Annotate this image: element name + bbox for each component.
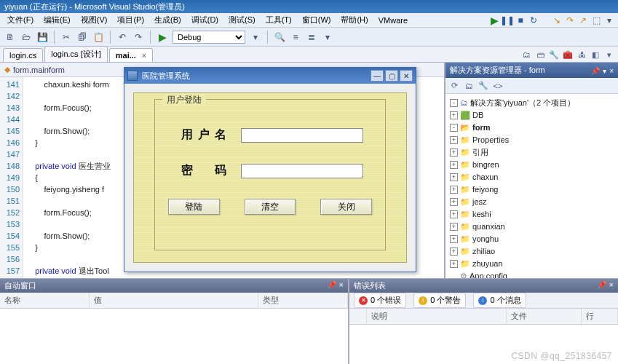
- start-icon[interactable]: ▶: [157, 31, 168, 43]
- tree-item[interactable]: +📁feiyong: [447, 183, 617, 196]
- app-titlebar: yiyuan (正在运行) - Microsoft Visual Studio(…: [0, 0, 618, 13]
- login-button[interactable]: 登陆: [168, 199, 220, 215]
- step-out-icon[interactable]: ↗: [577, 15, 589, 26]
- tree-item[interactable]: +📁chaxun: [447, 171, 617, 183]
- pin-icon[interactable]: 📌: [591, 67, 600, 75]
- stop-icon[interactable]: ■: [515, 15, 526, 26]
- solution-explorer-icon[interactable]: 🗂: [520, 49, 532, 60]
- login-dialog-titlebar[interactable]: 医院管理系统 — ▢ ✕: [124, 68, 416, 84]
- step-into-icon[interactable]: ↘: [551, 15, 563, 26]
- tree-item[interactable]: +📁jesz: [447, 196, 617, 208]
- menu-test[interactable]: 测试(S): [224, 13, 260, 27]
- messages-filter-button[interactable]: i0 个消息: [473, 293, 526, 308]
- pause-icon[interactable]: ❚❚: [502, 15, 513, 26]
- autos-columns: 名称 值 类型: [0, 293, 348, 309]
- paste-icon[interactable]: 📋: [92, 31, 104, 43]
- properties-icon[interactable]: 🔧: [548, 49, 560, 60]
- menu-debug[interactable]: 调试(D): [187, 13, 223, 27]
- close-icon[interactable]: ×: [609, 280, 614, 289]
- tree-item[interactable]: +📁引用: [447, 146, 617, 159]
- login-dialog-title: 医院管理系统: [142, 71, 190, 82]
- open-icon[interactable]: 🗁: [20, 31, 32, 43]
- errors-filter-button[interactable]: ✕0 个错误: [354, 293, 406, 308]
- uncomment-icon[interactable]: ≣: [306, 31, 317, 43]
- pin-icon[interactable]: 📌: [597, 280, 607, 289]
- toolbox-icon[interactable]: 🧰: [562, 49, 574, 60]
- cut-icon[interactable]: ✂: [60, 31, 72, 43]
- menu-build[interactable]: 生成(B): [150, 13, 186, 27]
- username-input[interactable]: [241, 128, 363, 143]
- undo-icon[interactable]: ↶: [116, 31, 128, 43]
- close-icon[interactable]: ×: [609, 67, 614, 75]
- reset-button[interactable]: 清空: [245, 199, 296, 215]
- menu-view[interactable]: 视图(V): [76, 13, 112, 27]
- menu-vmware[interactable]: VMware: [374, 15, 412, 26]
- error-filter-strip: ✕0 个错误 !0 个警告 i0 个消息: [349, 293, 618, 309]
- properties-pane-icon[interactable]: 🔧: [478, 80, 489, 92]
- menu-edit[interactable]: 编辑(E): [39, 13, 75, 27]
- tree-item[interactable]: +🟩DB: [447, 109, 617, 122]
- tab-login-design[interactable]: login.cs [设计]: [44, 46, 107, 62]
- config-select[interactable]: Debug: [173, 31, 245, 44]
- find-icon[interactable]: 🔍: [274, 31, 285, 43]
- tree-item[interactable]: +📁bingren: [447, 159, 617, 171]
- save-icon[interactable]: 💾: [36, 31, 48, 43]
- menu-help[interactable]: 帮助(H): [336, 13, 372, 27]
- line-gutter: 1411421431441451461471481491501511521531…: [0, 77, 23, 310]
- show-all-icon[interactable]: 🗂: [463, 80, 475, 92]
- login-dialog: 医院管理系统 — ▢ ✕ 用户登陆 用户名 密 码 登陆 清空 关闭: [124, 67, 416, 272]
- toolbar-overflow-icon[interactable]: ▾: [603, 15, 615, 26]
- tree-item[interactable]: +📁Properties: [447, 134, 617, 146]
- close-window-icon[interactable]: ✕: [400, 70, 413, 82]
- minimize-icon[interactable]: —: [371, 70, 384, 82]
- error-columns: 说明 文件 行: [349, 309, 618, 325]
- password-label: 密 码: [181, 163, 228, 178]
- tree-item[interactable]: +📁keshi: [447, 208, 617, 221]
- pin-icon[interactable]: 📌: [327, 280, 337, 289]
- menu-window[interactable]: 窗口(W): [298, 13, 336, 27]
- hex-icon[interactable]: ⬚: [590, 15, 602, 26]
- step-over-icon[interactable]: ↷: [564, 15, 576, 26]
- menu-project[interactable]: 项目(P): [113, 13, 148, 27]
- menubar: 文件(F) 编辑(E) 视图(V) 项目(P) 生成(B) 调试(D) 测试(S…: [0, 13, 618, 28]
- login-group-title: 用户登陆: [162, 94, 206, 106]
- warnings-filter-button[interactable]: !0 个警告: [413, 293, 466, 308]
- server-explorer-icon[interactable]: 🖧: [576, 49, 587, 60]
- copy-icon[interactable]: 🗐: [76, 31, 88, 43]
- menu-tools[interactable]: 工具(T): [261, 13, 296, 27]
- autos-grid[interactable]: [0, 309, 348, 364]
- tree-item[interactable]: +📁zhiliao: [447, 245, 617, 258]
- password-input[interactable]: [241, 164, 363, 178]
- solution-root[interactable]: -🗂解决方案'yiyuan'（2 个项目）: [447, 97, 617, 109]
- separator: [54, 31, 55, 44]
- redo-icon[interactable]: ↷: [132, 31, 144, 43]
- comment-icon[interactable]: ≡: [290, 31, 301, 43]
- close-tab-icon[interactable]: ×: [142, 52, 146, 60]
- close-button[interactable]: 关闭: [320, 199, 372, 215]
- dropdown-icon[interactable]: ▾: [603, 67, 606, 75]
- tree-item[interactable]: -📂form: [447, 122, 617, 134]
- refresh-icon[interactable]: ⟳: [448, 80, 460, 92]
- maximize-icon[interactable]: ▢: [385, 70, 398, 82]
- tree-item[interactable]: +📁yonghu: [447, 233, 617, 245]
- error-list-title: 错误列表 📌 ×: [349, 279, 618, 293]
- solution-explorer-title: 解决方案资源管理器 - form 📌▾×: [445, 63, 618, 78]
- class-view-icon[interactable]: 🗃: [534, 49, 546, 60]
- object-browser-icon[interactable]: ◧: [590, 49, 601, 60]
- new-project-icon[interactable]: 🗎: [4, 31, 16, 43]
- view-code-icon[interactable]: <>: [492, 80, 504, 92]
- platform-icon[interactable]: ▾: [250, 31, 261, 43]
- restart-icon[interactable]: ↻: [528, 15, 539, 26]
- solution-toolbar: ⟳ 🗂 🔧 <>: [445, 78, 618, 94]
- tree-item[interactable]: +📁quanxian: [447, 221, 617, 233]
- menu-file[interactable]: 文件(F): [3, 13, 38, 27]
- tab-login-cs[interactable]: login.cs: [3, 48, 43, 62]
- close-icon[interactable]: ×: [339, 280, 344, 289]
- toolbar: 🗎 🗁 💾 ✂ 🗐 📋 ↶ ↷ ▶ Debug ▾ 🔍 ≡ ≣ ▾: [0, 28, 618, 47]
- tree-item[interactable]: +📁zhuyuan: [447, 258, 617, 270]
- username-label: 用户名: [181, 127, 228, 143]
- more-icon[interactable]: ▾: [322, 31, 333, 43]
- tab-mainform[interactable]: mai...×: [109, 48, 153, 62]
- more-views-icon[interactable]: ▾: [603, 49, 615, 60]
- continue-icon[interactable]: ▶: [488, 15, 500, 26]
